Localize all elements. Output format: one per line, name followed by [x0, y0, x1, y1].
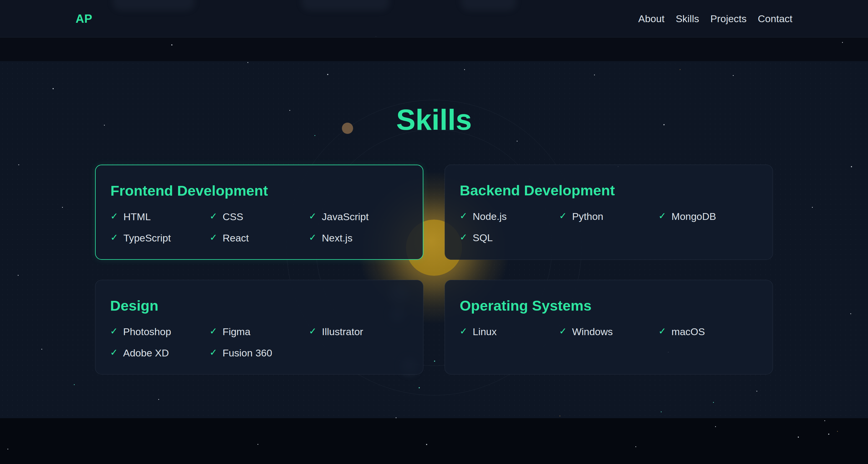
brand-logo[interactable]: AP: [75, 12, 92, 25]
check-icon: ✓: [210, 347, 217, 358]
skill-item: ✓macOS: [658, 326, 758, 337]
card-title: Operating Systems: [460, 297, 758, 315]
ghost-pill: [301, 0, 390, 11]
skill-list: ✓HTML ✓CSS ✓JavaScript ✓TypeScript ✓Reac…: [111, 211, 408, 243]
skill-item: ✓Illustrator: [309, 326, 408, 337]
skill-item: ✓JavaScript: [309, 211, 408, 222]
check-icon: ✓: [559, 326, 567, 337]
skill-item: ✓MongoDB: [658, 211, 758, 222]
skill-label: Python: [572, 211, 603, 222]
nav-link-projects[interactable]: Projects: [710, 13, 747, 25]
skill-list: ✓Node.js ✓Python ✓MongoDB ✓SQL: [460, 211, 758, 243]
skill-item: ✓Figma: [210, 326, 309, 337]
check-icon: ✓: [309, 232, 316, 243]
skill-item: ✓Fusion 360: [210, 348, 309, 358]
check-icon: ✓: [309, 326, 316, 337]
nav-link-skills[interactable]: Skills: [676, 13, 699, 25]
skill-card-design: Design ✓Photoshop ✓Figma ✓Illustrator ✓A…: [95, 280, 423, 374]
check-icon: ✓: [460, 326, 467, 337]
page-title: Skills: [0, 61, 868, 136]
skill-label: MongoDB: [671, 211, 716, 222]
check-icon: ✓: [111, 232, 118, 243]
skill-item: ✓Adobe XD: [110, 348, 210, 358]
skill-item: ✓SQL: [460, 232, 559, 243]
skill-item: ✓React: [210, 233, 309, 243]
skill-item: ✓TypeScript: [111, 233, 210, 243]
skill-item: ✓Photoshop: [110, 326, 210, 337]
skill-label: SQL: [473, 232, 493, 243]
nav-links: About Skills Projects Contact: [638, 13, 793, 25]
footer-band: [0, 418, 868, 464]
check-icon: ✓: [658, 211, 666, 221]
check-icon: ✓: [460, 211, 467, 221]
card-title: Frontend Development: [111, 182, 408, 200]
skill-label: Node.js: [473, 211, 507, 222]
skill-label: Figma: [223, 326, 250, 337]
skill-label: HTML: [123, 211, 151, 222]
skill-label: JavaScript: [322, 211, 369, 222]
top-nav: AP About Skills Projects Contact: [0, 0, 868, 37]
skill-list: ✓Photoshop ✓Figma ✓Illustrator ✓Adobe XD…: [110, 326, 408, 358]
skill-label: React: [223, 233, 249, 243]
skill-label: Windows: [572, 326, 613, 337]
star: [171, 44, 173, 46]
skill-label: Next.js: [322, 233, 352, 243]
skill-label: Adobe XD: [123, 348, 169, 358]
check-icon: ✓: [110, 326, 118, 337]
check-icon: ✓: [658, 326, 666, 337]
skill-item: ✓Linux: [460, 326, 559, 337]
check-icon: ✓: [111, 211, 118, 222]
skill-card-frontend: Frontend Development ✓HTML ✓CSS ✓JavaScr…: [95, 165, 423, 260]
skill-item: ✓Next.js: [309, 233, 408, 243]
skill-label: Fusion 360: [223, 348, 272, 358]
skill-item: ✓HTML: [111, 211, 210, 222]
check-icon: ✓: [460, 232, 467, 243]
skill-label: CSS: [223, 211, 243, 222]
skill-list: ✓Linux ✓Windows ✓macOS: [460, 326, 758, 337]
page: Skills Frontend Development ✓HTML ✓CSS ✓…: [0, 0, 868, 464]
ghost-pill: [112, 0, 195, 11]
check-icon: ✓: [210, 211, 217, 222]
skill-label: Photoshop: [123, 326, 171, 337]
card-title: Backend Development: [460, 181, 758, 199]
skill-item: ✓CSS: [210, 211, 309, 222]
skill-item: ✓Windows: [559, 326, 659, 337]
check-icon: ✓: [110, 347, 118, 358]
skills-grid: Frontend Development ✓HTML ✓CSS ✓JavaScr…: [95, 165, 773, 374]
skill-item: ✓Node.js: [460, 211, 559, 222]
skills-section: Skills Frontend Development ✓HTML ✓CSS ✓…: [0, 61, 868, 418]
check-icon: ✓: [210, 326, 217, 337]
check-icon: ✓: [559, 211, 567, 221]
nav-link-about[interactable]: About: [638, 13, 664, 25]
check-icon: ✓: [210, 232, 217, 243]
ghost-pill: [461, 0, 517, 11]
check-icon: ✓: [309, 211, 316, 222]
star: [842, 42, 843, 43]
skill-label: Illustrator: [322, 326, 363, 337]
skill-card-operating-systems: Operating Systems ✓Linux ✓Windows ✓macOS: [445, 280, 773, 374]
skill-label: TypeScript: [123, 233, 171, 243]
nav-link-contact[interactable]: Contact: [758, 13, 793, 25]
skill-label: Linux: [473, 326, 497, 337]
skill-item: ✓Python: [559, 211, 659, 222]
skill-label: macOS: [671, 326, 705, 337]
skill-card-backend: Backend Development ✓Node.js ✓Python ✓Mo…: [445, 165, 773, 260]
card-title: Design: [110, 297, 408, 315]
